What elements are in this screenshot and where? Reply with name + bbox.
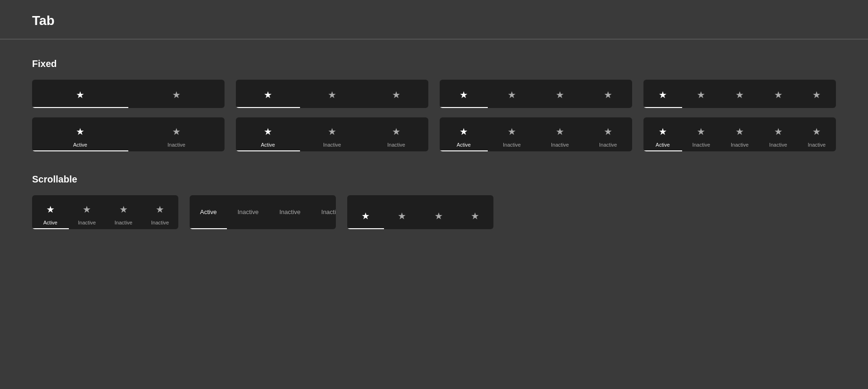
tab-item[interactable]: ★ Inactive xyxy=(488,117,536,151)
star-icon: ★ xyxy=(361,210,370,222)
star-icon: ★ xyxy=(735,89,744,100)
tab-item[interactable]: ★ Inactive xyxy=(759,117,798,151)
tab-item[interactable]: ★ Inactive xyxy=(536,117,584,151)
star-icon: ★ xyxy=(774,126,783,139)
scrollable-section: Scrollable ★ Active ★ Inactive ★ Inactiv… xyxy=(32,174,836,229)
tab-label: Inactive xyxy=(321,208,336,215)
tab-item[interactable]: ★ Inactive xyxy=(584,117,632,151)
tab-label: Inactive xyxy=(237,208,259,215)
tab-item[interactable]: ★ xyxy=(584,80,632,108)
tab-item[interactable]: ★ xyxy=(236,80,300,108)
scrollable-groups-row: ★ Active ★ Inactive ★ Inactive ★ Inactiv… xyxy=(32,195,836,229)
tab-item[interactable]: ★ xyxy=(488,80,536,108)
fixed-label-row: ★ Active ★ Inactive ★ Active ★ Inactive xyxy=(32,117,836,151)
star-icon: ★ xyxy=(812,89,821,100)
tab-text-item[interactable]: Inactive xyxy=(227,195,269,229)
scroll-group-text-4: Active Inactive Inactive Inactive xyxy=(190,195,336,229)
tab-item[interactable]: ★ xyxy=(536,80,584,108)
tab-label: Active xyxy=(200,208,217,215)
tab-item[interactable]: ★ xyxy=(364,80,428,108)
fixed-icon-row: ★ ★ ★ ★ ★ ★ xyxy=(32,80,836,108)
star-icon: ★ xyxy=(604,126,612,139)
page-title: Tab xyxy=(32,13,836,28)
tab-label: Inactive xyxy=(692,142,710,150)
tab-item[interactable]: ★ Inactive xyxy=(797,117,836,151)
tab-item[interactable]: ★ xyxy=(457,195,494,229)
tab-item[interactable]: ★ xyxy=(643,80,682,108)
tab-item[interactable]: ★ Active xyxy=(236,117,300,151)
tab-item[interactable]: ★ Inactive xyxy=(682,117,721,151)
fixed-section: Fixed ★ ★ ★ ★ ★ xyxy=(32,58,836,151)
fixed-section-label: Fixed xyxy=(32,58,836,69)
tab-item[interactable]: ★ Inactive xyxy=(720,117,759,151)
tab-label: Active xyxy=(43,220,58,228)
fixed-group-icon-3: ★ ★ ★ xyxy=(236,80,428,108)
tab-item[interactable]: ★ Inactive xyxy=(69,195,106,229)
tab-item[interactable]: ★ xyxy=(720,80,759,108)
fixed-group-label-4: ★ Active ★ Inactive ★ Inactive ★ Inactiv… xyxy=(440,117,632,151)
tab-label: Inactive xyxy=(167,142,185,150)
star-icon: ★ xyxy=(459,126,468,139)
tab-item[interactable]: ★ Active xyxy=(440,117,488,151)
tab-text-item[interactable]: Inactive xyxy=(269,195,311,229)
tab-label: Active xyxy=(656,142,670,150)
star-icon: ★ xyxy=(76,89,84,100)
tab-item[interactable]: ★ Inactive xyxy=(105,195,142,229)
star-icon: ★ xyxy=(156,204,164,217)
star-icon: ★ xyxy=(328,89,336,100)
tab-label: Active xyxy=(73,142,87,150)
star-icon: ★ xyxy=(264,89,272,100)
tab-label: Inactive xyxy=(323,142,341,150)
tab-item[interactable]: ★ xyxy=(759,80,798,108)
tab-label: Inactive xyxy=(78,220,96,228)
star-icon: ★ xyxy=(659,89,667,100)
star-icon: ★ xyxy=(83,204,91,217)
tab-item[interactable]: ★ xyxy=(420,195,457,229)
tab-item[interactable]: ★ xyxy=(440,80,488,108)
tab-label: Active xyxy=(457,142,471,150)
tab-item[interactable]: ★ xyxy=(32,80,128,108)
scroll-group-icon-4: ★ ★ ★ ★ xyxy=(347,195,493,229)
star-icon: ★ xyxy=(119,204,128,217)
star-icon: ★ xyxy=(604,89,612,100)
tab-item[interactable]: ★ Inactive xyxy=(142,195,179,229)
tab-label: Inactive xyxy=(151,220,169,228)
fixed-group-label-3: ★ Active ★ Inactive ★ Inactive xyxy=(236,117,428,151)
tab-item[interactable]: ★ Active xyxy=(32,117,128,151)
tab-item[interactable]: ★ Active xyxy=(32,195,69,229)
star-icon: ★ xyxy=(172,126,181,139)
star-icon: ★ xyxy=(46,204,55,217)
tab-text-item[interactable]: Active xyxy=(190,195,227,229)
page-header: Tab xyxy=(0,0,868,40)
tab-item[interactable]: ★ xyxy=(384,195,421,229)
tab-label: Inactive xyxy=(599,142,617,150)
star-icon: ★ xyxy=(556,89,564,100)
fixed-group-label-2: ★ Active ★ Inactive xyxy=(32,117,225,151)
fixed-group-icon-5: ★ ★ ★ ★ ★ xyxy=(643,80,836,108)
tab-label: Active xyxy=(261,142,275,150)
tab-item[interactable]: ★ Inactive xyxy=(128,117,225,151)
star-icon: ★ xyxy=(434,210,443,222)
tab-item[interactable]: ★ xyxy=(347,195,384,229)
tab-label: Inactive xyxy=(551,142,569,150)
star-icon: ★ xyxy=(398,210,406,222)
tab-item[interactable]: ★ Active xyxy=(643,117,682,151)
fixed-group-icon-4: ★ ★ ★ ★ xyxy=(440,80,632,108)
tab-label: Inactive xyxy=(731,142,749,150)
tab-item[interactable]: ★ xyxy=(128,80,225,108)
tab-label: Inactive xyxy=(808,142,826,150)
fixed-group-label-5: ★ Active ★ Inactive ★ Inactive ★ Inactiv… xyxy=(643,117,836,151)
tab-item[interactable]: ★ xyxy=(797,80,836,108)
scroll-group-icon-label-4: ★ Active ★ Inactive ★ Inactive ★ Inactiv… xyxy=(32,195,178,229)
star-icon: ★ xyxy=(471,210,479,222)
star-icon: ★ xyxy=(659,126,667,139)
tab-item[interactable]: ★ xyxy=(682,80,721,108)
star-icon: ★ xyxy=(508,89,516,100)
tab-label: Inactive xyxy=(387,142,405,150)
tab-item[interactable]: ★ Inactive xyxy=(300,117,364,151)
tab-item[interactable]: ★ Inactive xyxy=(364,117,428,151)
tab-text-item[interactable]: Inactive xyxy=(311,195,336,229)
tab-item[interactable]: ★ xyxy=(300,80,364,108)
scrollable-section-label: Scrollable xyxy=(32,174,836,185)
star-icon: ★ xyxy=(328,126,336,139)
